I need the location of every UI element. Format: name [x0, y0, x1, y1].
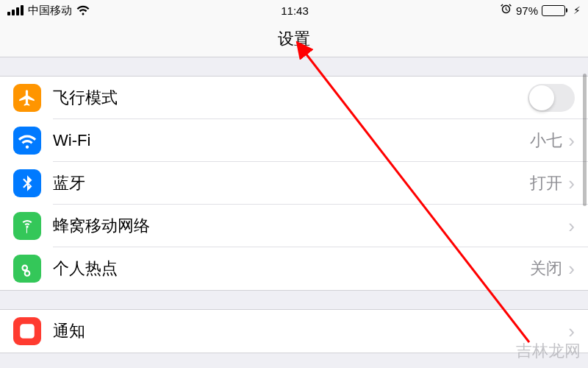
row-label: 蓝牙 [53, 172, 530, 194]
alarm-icon [500, 3, 512, 18]
wifi-status-icon [76, 3, 90, 18]
airplane-toggle[interactable] [528, 84, 575, 112]
signal-icon [7, 5, 24, 15]
battery-icon [542, 5, 567, 16]
page-title: 设置 [278, 28, 310, 50]
chevron-right-icon: › [568, 320, 575, 343]
row-value: 关闭 [530, 258, 562, 280]
row-label: 飞行模式 [53, 87, 528, 109]
row-cellular[interactable]: 蜂窝移动网络 › [0, 205, 588, 247]
row-wifi[interactable]: Wi-Fi 小七 › [0, 119, 588, 162]
wifi-icon [13, 127, 41, 155]
settings-group-notifications: 通知 › [0, 309, 588, 353]
airplane-icon [13, 84, 41, 112]
chevron-right-icon: › [568, 215, 575, 238]
svg-rect-2 [25, 325, 30, 328]
battery-percent: 97% [516, 4, 538, 17]
scroll-indicator[interactable] [583, 74, 587, 206]
row-bluetooth[interactable]: 蓝牙 打开 › [0, 162, 588, 205]
row-airplane-mode[interactable]: 飞行模式 [0, 77, 588, 119]
hotspot-icon [13, 255, 41, 283]
watermark: 吉林龙网 [516, 340, 581, 362]
cellular-icon [13, 212, 41, 240]
status-left: 中国移动 [7, 3, 90, 18]
row-value: 小七 [530, 130, 562, 152]
clock: 11:43 [281, 4, 309, 17]
row-label: 个人热点 [53, 258, 530, 280]
row-notifications[interactable]: 通知 › [0, 310, 588, 353]
row-label: 蜂窝移动网络 [53, 215, 568, 237]
chevron-right-icon: › [568, 130, 575, 152]
notification-icon [13, 317, 41, 345]
row-label: 通知 [53, 320, 568, 342]
nav-bar: 设置 [0, 21, 588, 57]
chevron-right-icon: › [568, 258, 575, 280]
carrier-label: 中国移动 [28, 4, 72, 18]
row-value: 打开 [530, 172, 562, 194]
bluetooth-icon [13, 169, 41, 197]
row-label: Wi-Fi [53, 131, 530, 150]
settings-group-connectivity: 飞行模式 Wi-Fi 小七 › 蓝牙 打开 › 蜂窝移动网络 › 个人热点 关闭… [0, 76, 588, 291]
chevron-right-icon: › [568, 172, 575, 195]
status-bar: 中国移动 11:43 97% ⚡︎ [0, 0, 588, 21]
row-hotspot[interactable]: 个人热点 关闭 › [0, 247, 588, 290]
status-right: 97% ⚡︎ [500, 3, 581, 18]
charging-icon: ⚡︎ [573, 4, 581, 16]
svg-point-0 [26, 225, 28, 227]
